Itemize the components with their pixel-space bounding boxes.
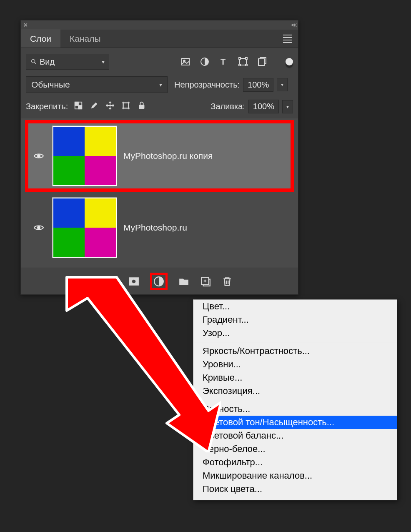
svg-rect-15	[123, 103, 129, 108]
blend-mode-label: Обычные	[31, 80, 70, 90]
svg-rect-10	[246, 64, 247, 66]
menu-item[interactable]: Яркость/Контрастность...	[193, 344, 397, 358]
delete-layer-icon[interactable]	[222, 276, 233, 287]
menu-item[interactable]: Микширование каналов...	[193, 469, 397, 482]
menu-group: Сочность...	[193, 402, 397, 416]
tabs-row: Слои Каналы	[21, 30, 298, 48]
svg-point-22	[38, 226, 40, 229]
svg-point-0	[32, 60, 35, 63]
opacity-group: Непрозрачность: 100% ▾	[174, 78, 288, 92]
layers-list: MyPhotoshop.ru копия MyPhotoshop.ru	[21, 118, 298, 268]
tab-channels-label: Каналы	[70, 34, 101, 44]
panel-bottom-toolbar: fx ▾	[21, 268, 298, 294]
blend-row: Обычные ▾ Непрозрачность: 100% ▾	[21, 74, 298, 97]
svg-rect-13	[75, 102, 78, 105]
panel-menu-icon[interactable]	[283, 35, 292, 43]
menu-item[interactable]: Сочность...	[193, 402, 397, 416]
filter-icons: T	[180, 57, 293, 67]
filter-type-label: Вид	[40, 57, 55, 67]
svg-rect-14	[78, 105, 82, 109]
lock-brush-icon[interactable]	[90, 101, 99, 112]
layer-row-highlight: MyPhotoshop.ru копия	[25, 120, 294, 192]
menu-item[interactable]: Поиск цвета...	[193, 482, 397, 496]
filter-text-icon[interactable]: T	[219, 57, 229, 67]
tab-channels[interactable]: Каналы	[60, 30, 110, 48]
fill-label: Заливка:	[211, 102, 245, 111]
menu-item[interactable]: Фотофильтр...	[193, 456, 397, 469]
svg-point-24	[131, 279, 136, 284]
layer-thumbnail	[53, 198, 117, 258]
layer-thumbnail	[53, 126, 117, 186]
opacity-chevron[interactable]: ▾	[277, 78, 288, 91]
filter-image-icon[interactable]	[180, 57, 190, 67]
menu-item[interactable]: Черно-белое...	[193, 442, 397, 456]
svg-rect-20	[139, 105, 145, 109]
svg-rect-9	[239, 64, 241, 66]
filter-toggle-switch[interactable]	[286, 58, 293, 65]
lock-label: Закрепить:	[26, 102, 68, 111]
menu-group: Цветовой баланс...Черно-белое...Фотофиль…	[193, 429, 397, 496]
lock-artboard-icon[interactable]	[121, 101, 130, 112]
collapse-icon[interactable]: <<	[291, 22, 296, 28]
lock-icons	[74, 101, 146, 112]
svg-point-21	[38, 155, 40, 157]
svg-rect-8	[246, 58, 247, 59]
layer-visibility-icon[interactable]	[32, 152, 46, 160]
annotation-highlight-box	[150, 273, 168, 290]
filter-adjustment-icon[interactable]	[200, 57, 210, 67]
fill-value[interactable]: 100%	[248, 100, 279, 113]
layer-name[interactable]: MyPhotoshop.ru	[123, 223, 187, 233]
lock-move-icon[interactable]	[105, 101, 115, 112]
menu-group: Яркость/Контрастность...Уровни...Кривые.…	[193, 344, 397, 398]
blend-mode-dropdown[interactable]: Обычные ▾	[26, 76, 168, 93]
menu-group: Цвет...Градиент...Узор...	[193, 300, 397, 340]
svg-rect-11	[258, 59, 264, 65]
filter-smartobject-icon[interactable]	[257, 57, 267, 67]
new-group-icon[interactable]	[178, 276, 189, 287]
new-adjustment-layer-icon[interactable]	[153, 276, 164, 287]
new-layer-icon[interactable]	[200, 276, 211, 287]
svg-text:T: T	[221, 57, 226, 66]
menu-item-hue-saturation[interactable]: Цветовой тон/Насыщенность...	[193, 416, 397, 429]
link-layers-icon[interactable]	[86, 276, 97, 287]
menu-separator	[193, 342, 397, 342]
menu-item[interactable]: Градиент...	[193, 313, 397, 326]
svg-rect-7	[239, 58, 241, 59]
panel-titlebar: × <<	[21, 20, 298, 30]
filter-type-dropdown[interactable]: Вид ▾	[26, 54, 109, 70]
menu-item[interactable]: Экспозиция...	[193, 384, 397, 398]
lock-row: Закрепить: Заливка: 100% ▾	[21, 97, 298, 118]
lock-all-icon[interactable]	[137, 101, 146, 112]
tab-layers-label: Слои	[30, 34, 51, 44]
menu-item[interactable]: Уровни...	[193, 358, 397, 371]
fx-icon[interactable]: fx ▾	[108, 276, 117, 287]
layers-panel: × << Слои Каналы Вид ▾ T	[20, 20, 298, 295]
layer-row[interactable]: MyPhotoshop.ru	[28, 195, 291, 260]
fill-chevron[interactable]: ▾	[282, 100, 293, 113]
layer-name[interactable]: MyPhotoshop.ru копия	[123, 151, 213, 161]
layer-row-wrapper: MyPhotoshop.ru	[25, 192, 294, 263]
menu-item[interactable]: Узор...	[193, 326, 397, 340]
opacity-label: Непрозрачность:	[174, 80, 240, 90]
lock-pixels-icon[interactable]	[74, 101, 83, 112]
adjustment-layer-menu: Цвет...Градиент...Узор... Яркость/Контра…	[193, 299, 397, 500]
opacity-value[interactable]: 100%	[243, 78, 273, 92]
svg-line-1	[35, 63, 36, 64]
close-icon[interactable]: ×	[23, 21, 28, 29]
fill-group: Заливка: 100% ▾	[211, 100, 293, 113]
chevron-down-icon: ▾	[159, 81, 162, 88]
filter-shape-icon[interactable]	[238, 57, 248, 67]
menu-item[interactable]: Цветовой баланс...	[193, 429, 397, 442]
filter-row: Вид ▾ T	[21, 48, 298, 74]
menu-item[interactable]: Кривые...	[193, 371, 397, 384]
menu-separator	[193, 400, 397, 400]
menu-item-label: Цветовой тон/Насыщенность...	[203, 417, 334, 427]
tab-layers[interactable]: Слои	[21, 30, 60, 48]
layer-row[interactable]: MyPhotoshop.ru копия	[28, 123, 291, 188]
layer-visibility-icon[interactable]	[32, 224, 46, 231]
chevron-down-icon: ▾	[102, 58, 105, 65]
search-icon	[30, 58, 37, 65]
menu-item[interactable]: Цвет...	[193, 300, 397, 313]
add-mask-icon[interactable]	[128, 276, 139, 287]
